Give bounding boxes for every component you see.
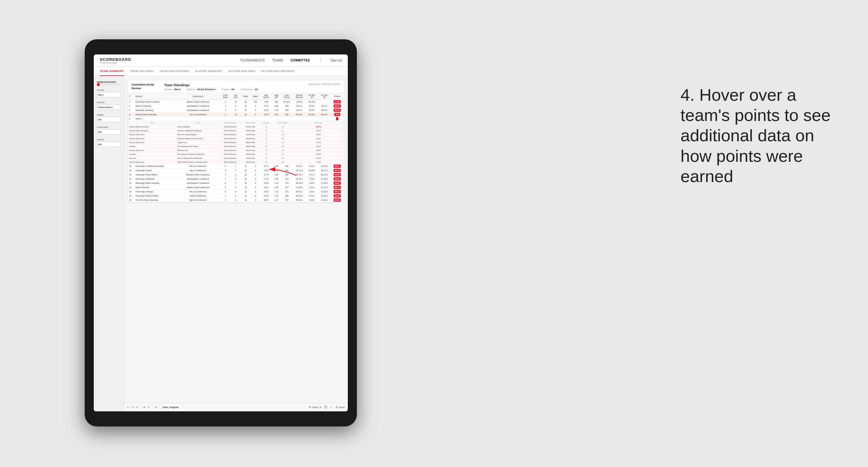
region-label: Region xyxy=(97,114,121,116)
sub-nav-team-h2h-grid[interactable]: TEAM H2H GRID xyxy=(130,67,153,76)
col-adj-score: Adj.Score xyxy=(260,93,272,100)
table-row-highlighted[interactable]: 4 Arizona State University Pac-12 Confer… xyxy=(128,113,344,117)
expanded-data-row[interactable]: Florida I The Cypress Point Classic NCAA… xyxy=(128,145,344,149)
col-vs-top50: Vs Top50 xyxy=(318,93,331,100)
share-button[interactable]: ⬆ Share xyxy=(335,406,345,409)
expanded-data-row[interactable]: Arizona State Univ. Williams Cup NCAA Di… xyxy=(128,149,344,152)
points-badge[interactable]: 93.31 xyxy=(334,104,341,108)
sub-nav-team-summary[interactable]: TEAM SUMMARY xyxy=(100,67,124,76)
table-row[interactable]: 5 Texas T... xyxy=(128,117,344,121)
points-badge[interactable]: 88.70 xyxy=(334,169,341,172)
school-select[interactable]: (All) xyxy=(97,142,121,147)
nav-teams[interactable]: TEAMS xyxy=(272,59,283,62)
expanded-data-row[interactable]: Georgia Ben Hogan Collegiate Invitationa… xyxy=(128,152,344,156)
expanded-data-row[interactable]: Arizona State Univ. National Invitationa… xyxy=(128,137,344,141)
sidebar-division: Division NCAA Division I xyxy=(97,101,121,110)
table-row[interactable]: 26 The Ohio State University Big Ten Con… xyxy=(128,198,344,203)
sub-nav-player-h2h-grid[interactable]: PLAYER H2H GRID xyxy=(229,67,255,76)
expanded-data-row[interactable]: Arizona State Univ. Amer Arc Intercolleg… xyxy=(128,133,344,137)
report-area: Committee Portal Review Team Standings G… xyxy=(124,76,348,403)
sidebar-gender: Gender Men's xyxy=(97,89,121,97)
points-badge[interactable]: 90.32 xyxy=(334,108,341,112)
sign-out-link[interactable]: Sign out xyxy=(331,59,342,62)
conference-select[interactable]: (All) xyxy=(97,129,121,134)
filters-row: Gender: Men's Division: NCAA Division I … xyxy=(164,88,308,91)
table-row[interactable]: 22 Mississippi State University Southeas… xyxy=(128,181,344,185)
points-badge[interactable]: 88.07 xyxy=(334,164,341,168)
sub-nav-player-h2h-heatmap[interactable]: PLAYER H2H HEATMAP xyxy=(261,67,294,76)
sub-nav-player-summary[interactable]: PLAYER SUMMARY xyxy=(195,67,223,76)
expanded-data-row[interactable]: Arizona State Univ. Copper Cup NCAA Divi… xyxy=(128,141,344,145)
main-nav: TOURNAMENTS TEAMS COMMITTEE | Sign out xyxy=(240,58,342,63)
points-badge[interactable]: 97.02 xyxy=(334,100,341,103)
table-row[interactable]: 3 Vanderbilt University Southeastern Con… xyxy=(128,108,344,113)
col-conf-rank: ConfRank xyxy=(220,93,231,100)
gender-label: Gender xyxy=(97,89,121,91)
sidebar-region: Region N/A xyxy=(97,114,121,122)
table-row[interactable]: 18 University of California, Berkeley Pa… xyxy=(128,164,344,168)
table-row[interactable]: 1 University of North Carolina Atlantic … xyxy=(128,100,344,104)
points-badge[interactable] xyxy=(336,117,338,120)
table-row[interactable]: 25 University of North Florida ASUN Conf… xyxy=(128,194,344,198)
division-filter-label: Division: xyxy=(187,88,196,91)
redo-button[interactable]: ↪ xyxy=(131,406,134,409)
col-rank: # xyxy=(128,93,134,100)
points-badge[interactable]: 88.71 xyxy=(334,186,341,189)
standings-header: Team Standings Gender: Men's Division: N… xyxy=(162,83,308,91)
sub-nav-team-h2h-heatmap[interactable]: TEAM H2H HEATMAP xyxy=(159,67,189,76)
copy-button[interactable]: ⧉ xyxy=(143,406,145,409)
clock-button[interactable]: ⏱ xyxy=(155,406,157,409)
expanded-header-row: Team Event Event Division Event Type Rou… xyxy=(128,121,344,125)
expanded-data-row[interactable]: East Ten OFCC Fighting Illini Invitation… xyxy=(128,156,344,160)
min-rounds-label: Minimum Rounds xyxy=(97,81,121,83)
region-select[interactable]: N/A xyxy=(97,117,121,122)
gender-select[interactable]: Men's xyxy=(97,92,121,97)
points-badge[interactable]: 80.94 xyxy=(334,198,341,202)
comment-button[interactable]: 💬 xyxy=(324,406,327,409)
sub-nav: TEAM SUMMARY TEAM H2H GRID TEAM H2H HEAT… xyxy=(94,66,348,76)
min-rounds-slider[interactable] xyxy=(97,84,121,85)
col-low-score: LowScore xyxy=(281,93,293,100)
points-badge[interactable]: 88.40 xyxy=(334,177,341,181)
points-badge[interactable]: 88.14 xyxy=(334,190,341,193)
gender-filter-label: Gender: xyxy=(164,88,173,91)
division-filter-value: NCAA Division I xyxy=(197,88,216,91)
table-header-row: # School Conference ConfRank NoTour Rnds… xyxy=(128,93,344,100)
region-filter-value: All xyxy=(231,88,235,91)
sidebar: Minimum Rounds Gender Men's Division xyxy=(94,76,124,411)
division-label: Division xyxy=(97,101,121,104)
table-row[interactable]: 19 University of Texas Big 12 Conference… xyxy=(128,168,344,173)
division-select[interactable]: NCAA Division I xyxy=(97,104,121,110)
col-vs-top25: Vs Top25 xyxy=(306,93,318,100)
points-badge[interactable]: 83.61 xyxy=(334,182,341,185)
table-row[interactable]: 24 University of Oregon Pac-12 Conferenc… xyxy=(128,190,344,194)
update-time: Update time: 13/03/2024 10:03:42 xyxy=(308,83,340,85)
sidebar-school: School (All) xyxy=(97,138,121,147)
points-badge[interactable]: 83.89 xyxy=(334,194,341,197)
standings-table: # School Conference ConfRank NoTour Rnds… xyxy=(128,93,344,203)
edit-button[interactable]: ✎ xyxy=(148,406,150,409)
table-row[interactable]: 2 Auburn University Southeastern Confere… xyxy=(128,104,344,108)
conference-label: Conference xyxy=(97,126,121,129)
points-badge[interactable]: 88.49 xyxy=(334,173,341,176)
table-row[interactable]: 23 Duke University Atlantic Coast Confer… xyxy=(128,185,344,190)
watch-button[interactable]: 👁 Watch ▾ xyxy=(309,406,321,409)
col-conference: Conference xyxy=(176,93,220,100)
portal-review-box: Committee Portal Review xyxy=(131,83,162,90)
table-row[interactable]: 21 University of Alabama Southeastern Co… xyxy=(128,177,344,181)
reset-button[interactable]: ↺ xyxy=(136,406,138,409)
col-school: School xyxy=(134,93,176,100)
table-row[interactable]: 20 University of New Mexico Mountain Wes… xyxy=(128,173,344,177)
nav-tournaments[interactable]: TOURNAMENTS xyxy=(240,59,265,62)
sidebar-min-rounds: Minimum Rounds xyxy=(97,81,121,85)
expanded-data-row[interactable]: Arizona State University Cabo Collegiate… xyxy=(128,125,344,129)
nav-committee[interactable]: COMMITTEE xyxy=(291,59,310,62)
points-badge[interactable]: 79.5 xyxy=(334,113,341,116)
undo-button[interactable]: ↩ xyxy=(127,406,129,409)
expanded-data-row[interactable]: Arizona State University Southern Highla… xyxy=(128,129,344,133)
col-points: Points xyxy=(331,93,344,100)
view-label[interactable]: View: Original xyxy=(162,406,179,409)
standings-title: Team Standings xyxy=(164,83,308,87)
expand-button[interactable]: ⤢ xyxy=(330,406,332,409)
expanded-data-row[interactable]: Arizona State Univ. 2023 Sahalee Players… xyxy=(128,160,344,164)
